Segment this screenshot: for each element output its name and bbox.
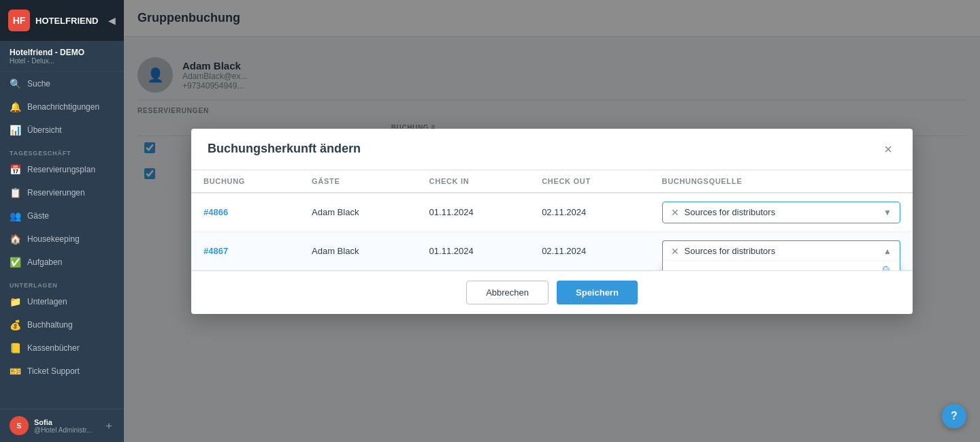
save-button[interactable]: Speichern <box>557 281 638 304</box>
sidebar-item-gaeste[interactable]: 👥 Gäste <box>0 204 124 227</box>
sidebar-item-housekeeping[interactable]: 🏠 Housekeeping <box>0 227 124 251</box>
add-user-icon[interactable]: ＋ <box>103 419 114 433</box>
source-dropdown-menu: 🔍 Sources for distributors <box>662 262 901 270</box>
row-check-in: 01.11.2024 <box>417 232 530 270</box>
list-icon: 📋 <box>10 187 20 198</box>
source-selected-text-row2: Sources for distributors <box>685 246 879 256</box>
row-guest: Adam Black <box>299 232 417 270</box>
modal-dialog: Buchungsherkunft ändern × BUCHUNG GÄSTE … <box>191 129 913 314</box>
modal-footer: Abbrechen Speichern <box>191 270 913 314</box>
source-selected-row1[interactable]: ✕ Sources for distributors ▼ <box>662 202 901 223</box>
logo-text: HOTELFRIEND <box>35 16 98 26</box>
sidebar-item-label: Gäste <box>27 211 49 221</box>
sidebar-item-label: Benachrichtigungen <box>27 102 99 112</box>
logo-icon: HF <box>8 10 30 31</box>
check-icon: ✅ <box>10 257 20 268</box>
source-search-input[interactable] <box>670 266 879 270</box>
source-dropdown-row2: ✕ Sources for distributors ▲ 🔍 <box>662 240 901 262</box>
calendar-icon: 📅 <box>10 164 20 175</box>
sidebar-item-benachrichtigungen[interactable]: 🔔 Benachrichtigungen <box>0 95 124 119</box>
sidebar-item-label: Reservierungsplan <box>27 165 95 174</box>
chevron-down-icon: ▼ <box>883 208 892 217</box>
hotel-sub: Hotel - Delux... <box>10 57 114 65</box>
cancel-button[interactable]: Abbrechen <box>466 281 549 304</box>
row-buchung-id: #4867 <box>191 232 299 270</box>
sidebar-item-suche[interactable]: 🔍 Suche <box>0 72 124 95</box>
sidebar-item-kassenbuecher[interactable]: 📒 Kassenbücher <box>0 336 124 360</box>
sidebar-item-support[interactable]: 🎫 Ticket Support <box>0 360 124 383</box>
users-icon: 👥 <box>10 210 20 221</box>
source-selected-row2[interactable]: ✕ Sources for distributors ▲ <box>662 240 901 262</box>
modal-title: Buchungsherkunft ändern <box>208 142 361 156</box>
col-buchungsquelle: BUCHUNGSQUELLE <box>650 170 913 193</box>
row-source-cell-open: ✕ Sources for distributors ▲ 🔍 <box>650 232 913 270</box>
sidebar-item-label: Unterlagen <box>27 297 67 306</box>
book-icon: 📒 <box>10 343 20 353</box>
search-icon: 🔍 <box>882 266 893 270</box>
money-icon: 💰 <box>10 319 20 330</box>
col-check-in: CHECK IN <box>417 170 530 193</box>
source-search-wrap: 🔍 <box>663 262 900 270</box>
source-dropdown-row1: ✕ Sources for distributors ▼ <box>662 202 901 223</box>
sidebar-user[interactable]: S Sofia @Hotel Administr... ＋ <box>0 409 124 442</box>
row-check-out: 02.11.2024 <box>529 193 649 232</box>
modal-table-row: #4866 Adam Black 01.11.2024 02.11.2024 ✕… <box>191 193 913 232</box>
sidebar-item-label: Kassenbücher <box>27 343 80 353</box>
chart-icon: 📊 <box>10 125 20 136</box>
search-icon: 🔍 <box>10 78 20 89</box>
ticket-icon: 🎫 <box>10 366 20 377</box>
modal-table-wrap: BUCHUNG GÄSTE CHECK IN CHECK OUT BUCHUNG… <box>191 170 913 270</box>
row-guest: Adam Black <box>299 193 417 232</box>
sidebar-item-label: Suche <box>27 79 50 89</box>
sidebar-item-label: Housekeeping <box>27 234 80 244</box>
source-selected-text-row1: Sources for distributors <box>685 207 879 217</box>
user-avatar: S <box>10 416 29 435</box>
row-buchung-id: #4866 <box>191 193 299 232</box>
main-content: Gruppenbuchung 👤 Adam Black AdamBlack@ex… <box>124 0 980 442</box>
sidebar-item-label: Buchhaltung <box>27 320 73 330</box>
help-button[interactable]: ? <box>942 404 966 428</box>
sidebar-item-buchhaltung[interactable]: 💰 Buchhaltung <box>0 313 124 336</box>
modal-table-row: #4867 Adam Black 01.11.2024 02.11.2024 ✕… <box>191 232 913 270</box>
sidebar-item-label: Ticket Support <box>27 366 80 376</box>
folder-icon: 📁 <box>10 296 20 307</box>
user-name: Sofia <box>34 418 98 426</box>
sidebar-item-unterlagen[interactable]: 📁 Unterlagen <box>0 290 124 313</box>
source-clear-icon[interactable]: ✕ <box>671 207 679 218</box>
section-unterlagen: UNTERLAGEN <box>0 277 124 290</box>
sidebar-item-reservierungen[interactable]: 📋 Reservierungen <box>0 181 124 204</box>
sidebar-item-uebersicht[interactable]: 📊 Übersicht <box>0 119 124 142</box>
user-role: @Hotel Administr... <box>34 426 98 434</box>
col-check-out: CHECK OUT <box>529 170 649 193</box>
sidebar-item-label: Reservierungen <box>27 188 85 198</box>
sidebar-logo[interactable]: HF HOTELFRIEND ◀ <box>0 0 124 41</box>
source-clear-icon[interactable]: ✕ <box>671 246 679 257</box>
sidebar-item-reservierungsplan[interactable]: 📅 Reservierungsplan <box>0 158 124 181</box>
row-check-in: 01.11.2024 <box>417 193 530 232</box>
modal-overlay: Buchungsherkunft ändern × BUCHUNG GÄSTE … <box>124 0 980 442</box>
modal-table: BUCHUNG GÄSTE CHECK IN CHECK OUT BUCHUNG… <box>191 170 913 270</box>
sidebar-collapse-icon[interactable]: ◀ <box>108 15 116 26</box>
sidebar-item-label: Aufgaben <box>27 257 62 267</box>
hotel-name: Hotelfriend - DEMO <box>10 48 114 57</box>
sidebar-item-aufgaben[interactable]: ✅ Aufgaben <box>0 251 124 274</box>
col-buchung: BUCHUNG <box>191 170 299 193</box>
close-button[interactable]: × <box>880 141 896 157</box>
section-tagesgeschaeft: TAGESGESCHÄFT <box>0 144 124 158</box>
house-icon: 🏠 <box>10 234 20 244</box>
row-source-cell: ✕ Sources for distributors ▼ <box>650 193 913 232</box>
chevron-up-icon: ▲ <box>883 247 892 256</box>
row-check-out: 02.11.2024 <box>529 232 649 270</box>
modal-header: Buchungsherkunft ändern × <box>191 129 913 170</box>
bell-icon: 🔔 <box>10 101 20 112</box>
col-gaeste: GÄSTE <box>299 170 417 193</box>
sidebar-item-label: Übersicht <box>27 125 62 135</box>
user-info: Sofia @Hotel Administr... <box>34 418 98 434</box>
hotel-info: Hotelfriend - DEMO Hotel - Delux... <box>0 41 124 72</box>
sidebar: HF HOTELFRIEND ◀ Hotelfriend - DEMO Hote… <box>0 0 124 442</box>
